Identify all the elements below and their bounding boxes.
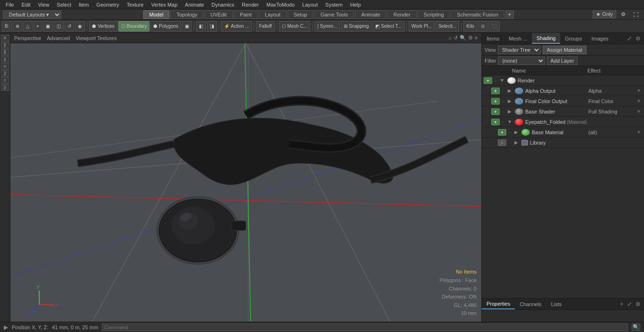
menu-select[interactable]: Select (53, 1, 75, 8)
tree-row-library[interactable]: ○ - ▶ Library (482, 138, 644, 148)
sidebar-b[interactable]: B: (1, 35, 9, 41)
layout-tab-schematic-fusion[interactable]: Schematic Fusion (451, 10, 504, 19)
layout-tab-model[interactable]: Model (143, 10, 170, 19)
menu-view[interactable]: View (34, 1, 53, 8)
layout-tab-animate[interactable]: Animate (355, 10, 386, 19)
toolbar-vertices[interactable]: ⬟ Vertices (89, 21, 117, 32)
layout-tab-paint[interactable]: Paint (234, 10, 258, 19)
menu-vertex-map[interactable]: Vertex Map (148, 1, 182, 8)
effect-arrow-base-mat[interactable]: ▼ (636, 130, 642, 135)
menu-system[interactable]: System (322, 1, 347, 8)
toolbar-rotate-icon[interactable]: ↺ (65, 21, 74, 32)
assign-material-button[interactable]: Assign Material (543, 46, 586, 54)
toolbar-box[interactable]: ▣ (43, 21, 53, 32)
viewport-textures[interactable]: Viewport Textures (75, 35, 116, 41)
toolbar-triangle[interactable]: △ (23, 21, 33, 32)
panel-tab-groups[interactable]: Groups (560, 33, 586, 44)
expand-base-mat[interactable]: ▶ (513, 130, 520, 135)
menu-file[interactable]: File (2, 1, 18, 8)
menu-max-to-modo[interactable]: MaxToModo (263, 1, 298, 8)
vp-settings-icon[interactable]: ⚙ (468, 35, 473, 41)
layout-tab-setup[interactable]: Setup (288, 10, 314, 19)
toolbar-display[interactable]: ⬛ (488, 21, 500, 32)
toolbar-work-plane[interactable]: Work Pl... (409, 21, 435, 32)
vis-toggle-final[interactable]: ● (491, 98, 500, 105)
viewport-advanced[interactable]: Advanced (47, 35, 70, 41)
tree-row-final-color[interactable]: ● - ▶ Final Color Output Final Color ▼ (482, 96, 644, 106)
toolbar-mesh-component[interactable]: ⬡ Mesh C... (279, 21, 311, 32)
menu-render[interactable]: Render (238, 1, 263, 8)
sidebar-c[interactable]: C: (1, 77, 9, 84)
add-layout-button[interactable]: + (505, 10, 514, 19)
expand-library[interactable]: ▶ (513, 140, 520, 145)
menu-edit[interactable]: Edit (18, 1, 34, 8)
sidebar-mesh[interactable]: Me (1, 49, 9, 56)
sidebar-dup[interactable]: Du (1, 42, 9, 49)
vis-toggle-base-mat[interactable]: ● (498, 129, 506, 136)
toolbar-action[interactable]: ⚡ Action ... (221, 21, 252, 32)
panel-tab-items[interactable]: Items (482, 33, 504, 44)
toolbar-circle[interactable]: ◉ (75, 21, 85, 32)
sidebar-poly[interactable]: Po (1, 70, 9, 77)
toolbar-boundary[interactable]: ⬡ Boundary (118, 21, 150, 32)
tree-row-alpha[interactable]: ● - ▶ Alpha Output Alpha ▼ (482, 86, 644, 96)
viewport-perspective[interactable]: Perspective (14, 35, 41, 41)
layout-tab-uvedit[interactable]: UVEdit (205, 10, 233, 19)
prop-tab-lists[interactable]: Lists (546, 299, 567, 309)
effect-arrow-base-shader[interactable]: ▼ (636, 109, 642, 114)
tree-row-render[interactable]: ● - ▼ Render (482, 75, 644, 86)
tree-row-base-material[interactable]: ● - ▶ Base Material (all) ▼ (482, 127, 644, 138)
panel-tab-shading[interactable]: Shading (532, 33, 560, 44)
vis-toggle-alpha[interactable]: ● (491, 88, 500, 94)
vp-reset-icon[interactable]: ↺ (454, 35, 458, 41)
viewport-canvas[interactable]: X Y Z No Items Polygons : Face Channels:… (10, 43, 481, 322)
toolbar-kits[interactable]: Kits (463, 21, 477, 32)
panel-expand-icon[interactable]: ⤢ (626, 35, 633, 42)
tree-row-eyepatch[interactable]: ● - ▼ Eyepatch_Folded (Material) (482, 117, 644, 127)
menu-help[interactable]: Help (347, 1, 365, 8)
toolbar-selection[interactable]: Selecti... (436, 21, 459, 32)
expand-eyepatch[interactable]: ▼ (506, 119, 513, 124)
layout-tab-topology[interactable]: Topology (170, 10, 203, 19)
layout-tab-scripting[interactable]: Scripting (418, 10, 450, 19)
layout-settings-icon[interactable]: ⚙ (618, 11, 628, 18)
menu-layout[interactable]: Layout (298, 1, 322, 8)
status-search-button[interactable]: 🔍 (632, 324, 640, 331)
filter-select[interactable]: (none) (498, 57, 545, 65)
sidebar-uv[interactable]: UV (1, 84, 9, 91)
prop-add-icon[interactable]: + (619, 301, 625, 308)
layout-tab-game-tools[interactable]: Game Tools (314, 10, 355, 19)
toolbar-snapping[interactable]: ⊞ Snapping (341, 21, 372, 32)
expand-final[interactable]: ▶ (506, 98, 513, 104)
effect-arrow-alpha[interactable]: ▼ (636, 88, 642, 93)
toolbar-b[interactable]: B: (2, 21, 12, 32)
effect-arrow-final[interactable]: ▼ (636, 98, 642, 104)
vis-toggle-render[interactable]: ● (484, 77, 492, 84)
toolbar-selection-box[interactable]: ▣ (182, 21, 192, 32)
vis-toggle-library[interactable]: ○ (498, 139, 506, 146)
layout-tab-render[interactable]: Render (387, 10, 416, 19)
prop-expand-icon[interactable]: ⤢ (626, 301, 633, 308)
command-input[interactable] (102, 324, 628, 331)
vis-toggle-eyepatch[interactable]: ● (491, 119, 500, 125)
panel-tab-images[interactable]: Images (586, 33, 613, 44)
prop-tab-channels[interactable]: Channels (515, 299, 546, 309)
toolbar-polygons[interactable]: ⬢ Polygons (150, 21, 181, 32)
toolbar-transform[interactable]: ⊕ (13, 21, 22, 32)
expand-render[interactable]: ▼ (499, 78, 505, 83)
panel-settings-icon[interactable]: ⚙ (634, 35, 642, 42)
menu-dynamics[interactable]: Dynamics (208, 1, 238, 8)
prop-tab-properties[interactable]: Properties (482, 299, 515, 309)
vp-home-icon[interactable]: ⌂ (448, 35, 452, 41)
menu-texture[interactable]: Texture (123, 1, 148, 8)
layout-fullscreen-icon[interactable]: ⛶ (630, 11, 641, 18)
panel-tab-mesh[interactable]: Mesh ... (504, 33, 532, 44)
vp-more-icon[interactable]: ≡ (475, 35, 478, 41)
menu-animate[interactable]: Animate (181, 1, 207, 8)
toolbar-symmetry[interactable]: | Symm... (314, 21, 340, 32)
star-only-button[interactable]: ★ Only (593, 10, 616, 18)
toolbar-right-panel[interactable]: ◨ (207, 21, 217, 32)
menu-geometry[interactable]: Geometry (92, 1, 123, 8)
vis-toggle-base-shader[interactable]: ● (491, 108, 500, 115)
sidebar-vert[interactable]: Ve (1, 56, 9, 63)
